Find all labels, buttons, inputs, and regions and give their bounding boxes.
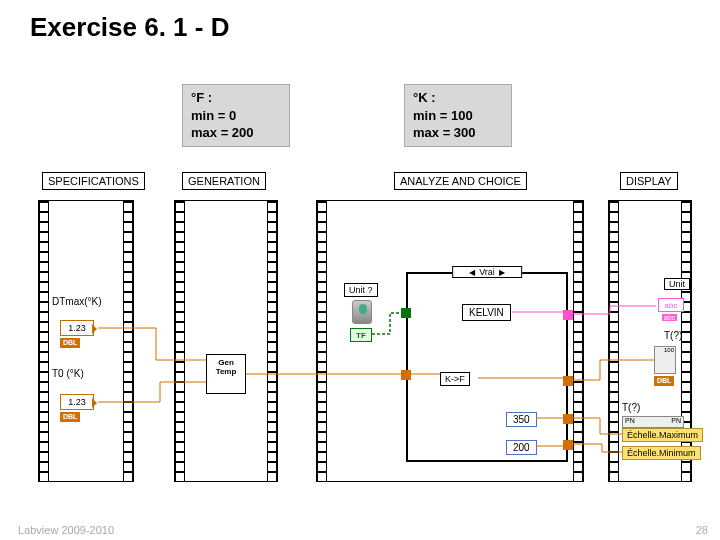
dtmax-control[interactable]: 1.23 [60, 320, 94, 336]
dtmax-dbl-tag: DBL [60, 338, 80, 348]
thermo-dbl-tag: DBL [654, 376, 674, 386]
spec-f-l2: min = 0 [191, 107, 281, 125]
echelle-min-property: Échelle.Minimum [622, 446, 701, 460]
unit-abc-tag: abc [662, 314, 677, 321]
case-true-text: Vrai [479, 267, 495, 277]
case-prev-icon[interactable]: ◀ [469, 268, 475, 277]
dtmax-label: DTmax(°K) [52, 296, 102, 307]
thermo-indicator: 100 [654, 346, 676, 374]
case-next-icon[interactable]: ▶ [499, 268, 505, 277]
switch-icon[interactable] [352, 300, 372, 324]
frame-specifications [38, 200, 134, 482]
tunnel-temp-in [401, 370, 411, 380]
unit-indicator-label: Unit [664, 278, 690, 290]
kelvin-constant: KELVIN [462, 304, 511, 321]
tunnel-selector [401, 308, 411, 318]
const-200: 200 [506, 440, 537, 455]
slide-title: Exercise 6. 1 - D [30, 12, 229, 43]
t0-dbl-tag: DBL [60, 412, 80, 422]
case-true-header[interactable]: ◀ Vrai ▶ [452, 266, 522, 278]
t0-label: T0 (°K) [52, 368, 84, 379]
const-350: 350 [506, 412, 537, 427]
ktof-block: K->F [440, 372, 470, 386]
section-generation: GENERATION [182, 172, 266, 190]
property-node: PN PN [622, 416, 684, 428]
section-specifications: SPECIFICATIONS [42, 172, 145, 190]
footer-text: Labview 2009-2010 [18, 524, 114, 536]
case-structure[interactable]: ◀ Vrai ▶ [406, 272, 568, 462]
spec-k-box: °K : min = 100 max = 300 [404, 84, 512, 147]
tq-label-2: T(?) [622, 402, 640, 413]
unit-question-label: Unit ? [344, 283, 378, 297]
spec-k-l3: max = 300 [413, 124, 503, 142]
tf-terminal: TF [350, 328, 372, 342]
tunnel-str-out [563, 310, 573, 320]
tq-label: T(?) [664, 330, 682, 341]
section-display: DISPLAY [620, 172, 678, 190]
spec-k-l1: °K : [413, 89, 503, 107]
gen-temp-subvi[interactable]: Gen Temp [206, 354, 246, 394]
spec-f-l3: max = 200 [191, 124, 281, 142]
tunnel-max-out [563, 414, 573, 424]
gen-temp-l2: Temp [207, 368, 245, 377]
page-number: 28 [696, 524, 708, 536]
frame-generation [174, 200, 278, 482]
thermo-scale-100: 100 [664, 347, 674, 353]
t0-control[interactable]: 1.23 [60, 394, 94, 410]
spec-f-l1: °F : [191, 89, 281, 107]
spec-k-l2: min = 100 [413, 107, 503, 125]
spec-f-box: °F : min = 0 max = 200 [182, 84, 290, 147]
echelle-max-property: Échelle.Maximum [622, 428, 703, 442]
section-analyze: ANALYZE AND CHOICE [394, 172, 527, 190]
unit-string-indicator: abc [658, 298, 684, 312]
tunnel-min-out [563, 440, 573, 450]
tunnel-temp-out [563, 376, 573, 386]
